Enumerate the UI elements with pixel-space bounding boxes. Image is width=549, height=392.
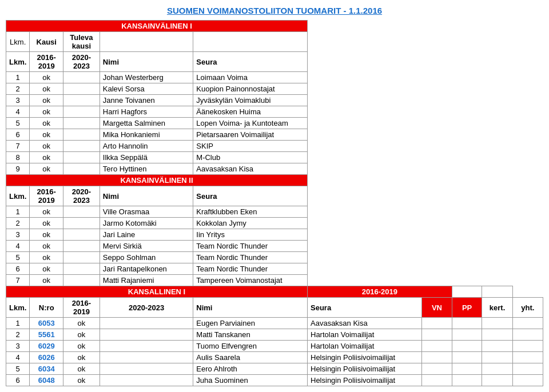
section1-header: KANSAINVÄLINEN I [6, 21, 308, 32]
table-row: 5okSeppo SohlmanTeam Nordic Thunder [6, 252, 543, 263]
col-vn: VN [422, 298, 452, 318]
col-seura: Seura [193, 52, 308, 72]
table-row: 2okJarmo KotomäkiKokkolan Jymy [6, 218, 543, 229]
section3-col-header-row: Lkm. N:ro 2016-2019 2020-2023 Nimi Seura… [6, 298, 543, 318]
col-nro: N:ro [30, 298, 63, 318]
section1-header-row: KANSAINVÄLINEN I [6, 21, 543, 32]
table-row: 6okJari RantapelkonenTeam Nordic Thunder [6, 263, 543, 275]
table-row: 66048okJuha SuominenHelsingin Poliisivoi… [6, 375, 543, 386]
section2-header-row: KANSAINVÄLINEN II [6, 175, 543, 186]
table-row: 9okTero HyttinenAavasaksan Kisa [6, 163, 543, 175]
col2-nimi: Nimi [100, 186, 193, 206]
col-nimi: Nimi [100, 52, 193, 72]
col3-seura: Seura [308, 298, 422, 318]
page-title: SUOMEN VOIMANOSTOLIITON TUOMARIT - 1.1.2… [6, 6, 543, 15]
section2-col-header-row: Lkm. 2016-2019 2020-2023 Nimi Seura [6, 186, 543, 206]
col2-seura: Seura [193, 186, 308, 206]
table-row: 6okMika HonkaniemiPietarsaaren Voimailij… [6, 129, 543, 141]
table-row: 16053okEugen ParviainenAavasaksan Kisa [6, 318, 543, 329]
table-row: 3okJari LaineIin Yritys [6, 229, 543, 241]
table-row: 25561okMatti TanskanenHartolan Voimailij… [6, 329, 543, 341]
kausi-label: Kausi [30, 32, 63, 52]
col3-2016-2019: 2016-2019 [63, 298, 100, 318]
lkm-col-header2: Lkm. [6, 186, 30, 206]
section1-col-header-row: Lkm. 2016-2019 2020-2023 Nimi Seura [6, 52, 543, 72]
table-row: 3okJanne ToivanenJyväskylän Voimaklubi [6, 95, 543, 106]
lkm-label: Lkm. [6, 32, 30, 52]
table-row: 4okMervi SirkiäTeam Nordic Thunder [6, 241, 543, 252]
section1-kausi-row: Lkm. Kausi Tuleva kausi [6, 32, 543, 52]
col-2016-2019: 2016-2019 [30, 52, 63, 72]
table-row: 7okArto HannolinSKIP [6, 141, 543, 152]
table-row: 8okIlkka SeppäläM-Club [6, 152, 543, 163]
col-2020-2023: 2020-2023 [63, 52, 100, 72]
table-row: 5okMargetta SalminenLopen Voima- ja Kunt… [6, 118, 543, 129]
col3-2020-2023: 2020-2023 [100, 298, 193, 318]
section2-header: KANSAINVÄLINEN II [6, 175, 308, 186]
col3-nimi: Nimi [193, 298, 308, 318]
empty-cell [100, 32, 193, 52]
section3-header-row: KANSALLINEN I 2016-2019 [6, 286, 543, 298]
table-row: 1okJohan WesterbergLoimaan Voima [6, 72, 543, 83]
table-row: 1okVille OrasmaaKraftklubben Eken [6, 206, 543, 218]
table-row: 2okKalevi SorsaKuopion Painonnostajat [6, 83, 543, 95]
lkm-col-header3: Lkm. [6, 298, 30, 318]
tuleva-label: Tuleva kausi [63, 32, 100, 52]
col-yht: yht. [512, 298, 543, 318]
table-row: 56034okEero AhlrothHelsingin Poliisivoim… [6, 363, 543, 375]
col-pp: PP [452, 298, 482, 318]
col2-2020-2023: 2020-2023 [63, 186, 100, 206]
empty-cell2 [193, 32, 308, 52]
col-kert: kert. [482, 298, 512, 318]
col2-2016-2019: 2016-2019 [30, 186, 63, 206]
lkm-col-header: Lkm. [6, 52, 30, 72]
table-row: 36029okTuomo ElfvengrenHartolan Voimaili… [6, 341, 543, 352]
table-row: 7okMatti RajaniemiTampereen Voimanostaja… [6, 275, 543, 286]
table-row: 46026okAulis SaarelaHelsingin Poliisivoi… [6, 352, 543, 363]
section3-header: KANSALLINEN I [6, 286, 308, 298]
table-row: 4okHarri HagforsÄänekosken Huima [6, 106, 543, 118]
section3-year-label: 2016-2019 [308, 286, 452, 298]
